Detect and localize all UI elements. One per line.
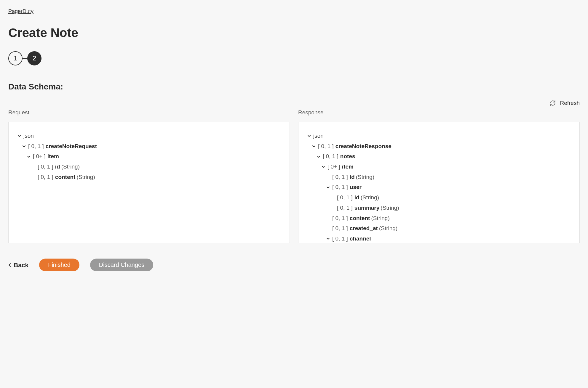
cardinality: [ 0, 1 ] [332,235,348,243]
chevron-down-icon[interactable] [307,134,311,138]
cardinality: [ 0, 1 ] [332,215,348,222]
field-type: (String) [356,174,374,181]
cardinality: [ 0, 1 ] [332,174,348,181]
field-type: (String) [61,163,80,171]
tree-row[interactable]: [ 0, 1 ]createNoteResponse [307,141,571,152]
cardinality: [ 0, 1 ] [38,163,53,171]
field-name: summary [354,204,380,212]
field-name: id [350,174,355,181]
cardinality: [ 0, 1 ] [332,184,348,191]
tree-row[interactable]: [ 0, 1 ]content(String) [17,172,281,182]
field-type: (String) [76,174,95,181]
cardinality: [ 0, 1 ] [318,143,334,150]
tree-row[interactable]: [ 0, 1 ]summary(String) [307,203,571,213]
refresh-icon [550,100,556,106]
step-2[interactable]: 2 [27,51,41,65]
field-name: item [47,153,59,160]
page-title: Create Note [8,26,580,40]
field-name: createNoteResponse [335,143,392,150]
tree-row[interactable]: [ 0, 1 ]channel [307,234,571,243]
chevron-down-icon[interactable] [26,155,31,159]
data-schema-heading: Data Schema: [8,82,580,92]
chevron-down-icon[interactable] [22,144,26,148]
step-1[interactable]: 1 [8,51,23,65]
chevron-down-icon[interactable] [326,185,330,190]
field-type: (String) [361,194,379,201]
cardinality: [ 0, 1 ] [332,225,348,232]
tree-row[interactable]: [ 0, 1 ]created_at(String) [307,223,571,234]
refresh-label: Refresh [560,100,580,106]
field-name: content [55,174,76,181]
field-name: user [350,184,362,191]
finished-button[interactable]: Finished [39,259,79,271]
chevron-down-icon[interactable] [17,134,22,138]
cardinality: [ 0+ ] [327,163,340,171]
field-name: created_at [350,225,378,232]
tree-row[interactable]: [ 0, 1 ]id(String) [17,162,281,172]
cardinality: [ 0, 1 ] [337,194,353,201]
field-name: createNoteRequest [46,143,97,150]
chevron-left-icon [8,262,11,269]
cardinality: [ 0, 1 ] [28,143,44,150]
tree-row[interactable]: [ 0+ ]item [307,162,571,172]
field-name: channel [350,235,371,243]
cardinality: [ 0+ ] [33,153,46,160]
tree-row[interactable]: json [307,131,571,141]
back-label: Back [14,262,28,269]
field-name: content [350,215,370,222]
discard-button[interactable]: Discard Changes [90,259,153,271]
breadcrumb-link[interactable]: PagerDuty [8,8,33,14]
request-panel-label: Request [8,109,290,116]
back-button[interactable]: Back [8,262,28,269]
cardinality: [ 0, 1 ] [323,153,338,160]
tree-row[interactable]: [ 0, 1 ]createNoteRequest [17,141,281,152]
chevron-down-icon[interactable] [326,237,330,241]
field-name: json [23,132,34,140]
chevron-down-icon[interactable] [316,155,321,159]
cardinality: [ 0, 1 ] [337,204,353,212]
tree-row[interactable]: [ 0, 1 ]notes [307,151,571,162]
field-name: notes [340,153,355,160]
refresh-button[interactable]: Refresh [550,100,580,106]
tree-row[interactable]: [ 0, 1 ]content(String) [307,213,571,224]
cardinality: [ 0, 1 ] [38,174,53,181]
field-name: json [313,132,324,140]
field-name: item [342,163,354,171]
stepper: 1 2 [8,51,580,65]
field-type: (String) [381,204,399,212]
chevron-down-icon[interactable] [321,165,326,169]
response-panel: json[ 0, 1 ]createNoteResponse[ 0, 1 ]no… [298,122,580,243]
tree-row[interactable]: [ 0+ ]item [17,151,281,162]
request-panel: json[ 0, 1 ]createNoteRequest[ 0+ ]item[… [8,122,290,243]
step-connector [23,58,27,59]
response-panel-label: Response [298,109,580,116]
field-type: (String) [379,225,397,232]
tree-row[interactable]: [ 0, 1 ]id(String) [307,172,571,182]
field-name: id [354,194,359,201]
tree-row[interactable]: [ 0, 1 ]user [307,182,571,193]
field-name: id [55,163,60,171]
field-type: (String) [371,215,389,222]
chevron-down-icon[interactable] [311,144,316,148]
tree-row[interactable]: [ 0, 1 ]id(String) [307,193,571,203]
tree-row[interactable]: json [17,131,281,141]
